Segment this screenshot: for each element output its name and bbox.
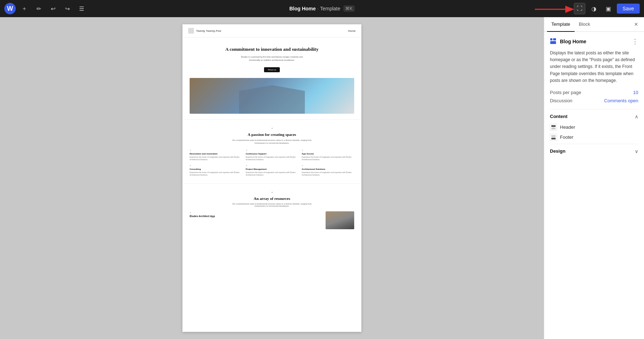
preview-passion-section: ✦ A passion for creating spaces Our comp… bbox=[182, 119, 361, 183]
services-grid: ✦ Renovation and restoration Experience … bbox=[190, 149, 354, 176]
service-item-4: ✦ Consulting Experience the fusion of im… bbox=[190, 164, 242, 176]
tab-block[interactable]: Block bbox=[575, 17, 595, 32]
list-view-button[interactable]: ☰ bbox=[76, 3, 87, 14]
service-item-1: ✦ Renovation and restoration Experience … bbox=[190, 149, 242, 161]
blocks-panel-icon: ▣ bbox=[606, 5, 611, 12]
service-item-2: ✦ Continuous Support Experience the fusi… bbox=[246, 149, 298, 161]
posts-per-page-row: Posts per page 10 bbox=[550, 90, 638, 95]
undo-button[interactable]: ↩ bbox=[47, 3, 59, 14]
passion-body: Our comprehensive suite of professional … bbox=[229, 139, 315, 145]
template-block-icon-svg bbox=[550, 38, 556, 44]
arrow-annotation bbox=[535, 2, 578, 18]
template-type-icon bbox=[550, 38, 557, 45]
preview-hero-body: Études is a pioneering firm that seamles… bbox=[236, 55, 308, 62]
content-item-header-label: Header bbox=[560, 124, 575, 130]
content-section-header: Content ∧ bbox=[550, 114, 638, 119]
preview-site-title: Twenty Twenty-Five bbox=[196, 29, 221, 33]
pencil-icon: ✏ bbox=[36, 5, 41, 12]
content-section: Content ∧ Header bbox=[550, 109, 638, 141]
preview-nav-home-link: Home bbox=[348, 29, 356, 33]
right-panel: Template Block × Blog Home ⋮ bbox=[544, 17, 644, 339]
design-section-title: Design bbox=[550, 148, 565, 154]
theme-toggle-icon: ◑ bbox=[591, 5, 596, 12]
svg-rect-6 bbox=[551, 128, 556, 129]
svg-marker-1 bbox=[565, 6, 574, 13]
template-description: Displays the latest posts as either the … bbox=[550, 50, 638, 84]
page-title-template: Template bbox=[320, 6, 340, 11]
wp-logo-button[interactable]: W bbox=[4, 3, 16, 14]
svg-rect-5 bbox=[551, 125, 556, 127]
preview-hero: A commitment to innovation and sustainab… bbox=[182, 38, 361, 78]
service-1-title: Renovation and restoration bbox=[190, 153, 242, 155]
main-area: Twenty Twenty-Five Home A commitment to … bbox=[0, 17, 644, 339]
svg-rect-7 bbox=[551, 135, 556, 137]
service-3-body: Experience the fusion of imagination and… bbox=[302, 156, 354, 161]
fullscreen-icon: ⛶ bbox=[577, 5, 582, 12]
service-6-body: Experience the fusion of imagination and… bbox=[302, 171, 354, 176]
preview-frame: Twenty Twenty-Five Home A commitment to … bbox=[182, 24, 361, 332]
search-shortcut[interactable]: ⌘K bbox=[343, 5, 355, 12]
service-1-body: Experience the fusion of imagination and… bbox=[190, 156, 242, 161]
preview-nav: Twenty Twenty-Five Home bbox=[182, 24, 361, 38]
resources-body: Our comprehensive suite of professional … bbox=[229, 203, 315, 207]
preview-logo-icon bbox=[188, 28, 194, 34]
tab-template[interactable]: Template bbox=[547, 17, 575, 32]
template-title-row: Blog Home ⋮ bbox=[550, 38, 638, 45]
service-3-title: App Access bbox=[302, 153, 354, 155]
resources-text: ✦ Études Architect App bbox=[190, 211, 322, 217]
svg-rect-4 bbox=[550, 41, 556, 44]
discussion-row: Discussion Comments open bbox=[550, 98, 638, 103]
design-section: Design ∨ bbox=[550, 144, 638, 154]
preview-building-image bbox=[190, 78, 354, 114]
service-item-3: ✦ App Access Experience the fusion of im… bbox=[302, 149, 354, 161]
discussion-label: Discussion bbox=[550, 98, 572, 103]
save-button[interactable]: Save bbox=[617, 4, 640, 14]
blocks-panel-button[interactable]: ▣ bbox=[602, 3, 614, 14]
panel-close-button[interactable]: × bbox=[631, 19, 641, 29]
preview-image-section bbox=[182, 78, 361, 119]
resources-heading: An array of resources bbox=[190, 196, 354, 201]
passion-section-dot: ✦ bbox=[190, 127, 354, 129]
theme-toggle-button[interactable]: ◑ bbox=[588, 3, 600, 14]
canvas-area[interactable]: Twenty Twenty-Five Home A commitment to … bbox=[0, 17, 544, 339]
svg-rect-8 bbox=[551, 138, 556, 139]
footer-block-icon bbox=[550, 134, 557, 141]
content-item-header[interactable]: Header bbox=[550, 124, 638, 131]
resources-dot: ✦ bbox=[190, 191, 354, 193]
comments-open-link[interactable]: Comments open bbox=[604, 98, 638, 103]
content-section-title: Content bbox=[550, 114, 567, 119]
page-title: Blog Home · Template bbox=[289, 6, 341, 11]
service-2-body: Experience the fusion of imagination and… bbox=[246, 156, 298, 161]
template-more-button[interactable]: ⋮ bbox=[632, 38, 638, 45]
design-section-toggle[interactable]: ∨ bbox=[635, 148, 638, 154]
content-item-footer[interactable]: Footer bbox=[550, 134, 638, 141]
posts-per-page-value[interactable]: 10 bbox=[633, 90, 638, 95]
content-section-toggle[interactable]: ∧ bbox=[635, 114, 638, 119]
resources-item-title: Études Architect App bbox=[190, 215, 322, 217]
preview-resources-section: ✦ An array of resources Our comprehensiv… bbox=[182, 183, 361, 236]
page-title-blog-home: Blog Home bbox=[289, 6, 316, 11]
edit-button[interactable]: ✏ bbox=[33, 3, 44, 14]
service-item-5: ✦ Project Management Experience the fusi… bbox=[246, 164, 298, 176]
wp-logo-icon: W bbox=[7, 5, 13, 13]
svg-rect-3 bbox=[553, 38, 556, 40]
preview-nav-logo: Twenty Twenty-Five bbox=[188, 28, 221, 34]
design-section-header: Design ∨ bbox=[550, 148, 638, 154]
service-5-title: Project Management bbox=[246, 168, 298, 170]
close-icon: × bbox=[634, 21, 638, 28]
svg-rect-2 bbox=[550, 38, 552, 40]
new-item-button[interactable]: ＋ bbox=[19, 3, 30, 14]
preview-hero-heading: A commitment to innovation and sustainab… bbox=[190, 46, 354, 53]
resources-row: ✦ Études Architect App bbox=[190, 211, 354, 229]
toolbar-title-area: Blog Home · Template ⌘K bbox=[289, 5, 355, 12]
redo-button[interactable]: ↪ bbox=[62, 3, 73, 14]
service-4-title: Consulting bbox=[190, 168, 242, 170]
title-separator: · bbox=[317, 6, 319, 11]
posts-per-page-label: Posts per page bbox=[550, 90, 581, 95]
list-view-icon: ☰ bbox=[79, 5, 84, 12]
fullscreen-button[interactable]: ⛶ bbox=[574, 3, 585, 14]
undo-icon: ↩ bbox=[51, 5, 55, 12]
redo-icon: ↪ bbox=[65, 5, 70, 12]
resources-image bbox=[326, 211, 354, 229]
service-item-6: ✦ Architectural Solutions Experience the… bbox=[302, 164, 354, 176]
